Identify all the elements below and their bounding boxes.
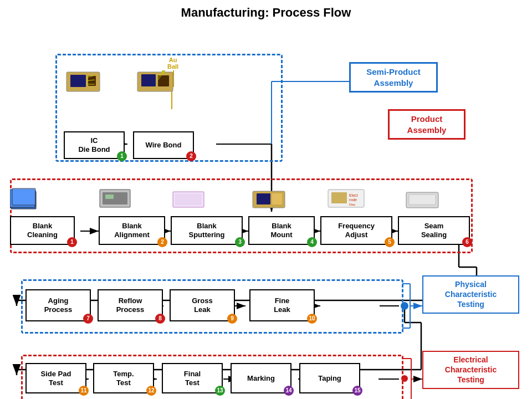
badge-2: 2	[186, 151, 196, 161]
ic-chip-image	[64, 68, 103, 95]
badge-blank-sputtering: 3	[235, 237, 245, 247]
blank-alignment-box: BlankAlignment 2	[99, 216, 165, 245]
temp-test-box: Temp.Test 12	[93, 363, 154, 393]
svg-rect-55	[12, 188, 35, 205]
badge-temp-test: 12	[146, 386, 156, 396]
blank-sputtering-image	[172, 190, 205, 211]
red-dot-electrical	[401, 375, 408, 382]
svg-rect-50	[141, 74, 156, 86]
semi-product-label: Semi-ProductAssembly	[349, 62, 438, 93]
fine-leak-box: FineLeak 10	[249, 289, 315, 321]
blue-dot-physical	[401, 302, 408, 310]
freq-adjust-box: FrequencyAdjust 5	[320, 216, 392, 245]
blank-mount-box: BlankMount 4	[248, 216, 315, 245]
blank-mount-image	[251, 187, 287, 212]
physical-testing-label: PhysicalCharacteristicTesting	[422, 275, 519, 314]
freq-adjust-image: Elect rode Dep	[327, 187, 366, 212]
electrical-testing-label: ElectricalCharacteristicTesting	[422, 351, 519, 389]
badge-blank-alignment: 2	[157, 237, 167, 247]
badge-blank-cleaning: 1	[67, 237, 77, 247]
badge-aging: 7	[83, 314, 93, 324]
svg-rect-70	[409, 195, 436, 204]
svg-rect-44	[70, 75, 86, 87]
ic-die-bond-box: ICDie Bond 1	[64, 131, 125, 159]
blank-stack-image	[10, 187, 40, 212]
page-title: Manufacturing: Process Flow	[0, 0, 532, 23]
aging-process-box: AgingProcess 7	[25, 289, 91, 321]
svg-rect-62	[257, 193, 270, 204]
svg-rect-63	[272, 193, 282, 204]
svg-rect-51	[158, 75, 169, 86]
svg-text:rode: rode	[349, 198, 357, 202]
badge-side-pad: 11	[79, 386, 89, 396]
badge-reflow: 8	[155, 314, 165, 324]
svg-text:Dep: Dep	[349, 203, 356, 206]
svg-rect-58	[105, 195, 114, 199]
final-test-box: FinalTest 13	[162, 363, 223, 393]
badge-final-test: 13	[215, 386, 225, 396]
badge-1: 1	[117, 151, 127, 161]
reflow-process-box: ReflowProcess 8	[98, 289, 163, 321]
seam-sealing-box: SeamSealing 6	[398, 216, 470, 245]
badge-gross-leak: 9	[227, 314, 237, 324]
gross-leak-box: GrossLeak 9	[170, 289, 235, 321]
svg-rect-65	[331, 192, 347, 203]
svg-text:Elect: Elect	[349, 193, 358, 197]
badge-taping: 15	[352, 386, 362, 396]
blank-sputtering-box: BlankSputtering 3	[171, 216, 243, 245]
product-assembly-label: ProductAssembly	[388, 109, 466, 140]
marking-box: Marking 14	[231, 363, 291, 393]
wire-bond-image	[136, 68, 175, 95]
side-pad-test-box: Side PadTest 11	[25, 363, 86, 393]
badge-blank-mount: 4	[307, 237, 317, 247]
badge-marking: 14	[284, 386, 294, 396]
badge-freq-adjust: 5	[385, 237, 395, 247]
badge-seam-sealing: 6	[462, 237, 472, 247]
svg-rect-60	[175, 194, 202, 205]
badge-fine-leak: 10	[307, 314, 317, 324]
blank-cleaning-box: BlankCleaning 1	[10, 216, 75, 245]
taping-box: Taping 15	[299, 363, 360, 393]
wire-bond-box: Wire Bond 2	[133, 131, 194, 159]
seam-sealing-image	[405, 190, 441, 213]
blank-alignment-image	[97, 187, 133, 212]
